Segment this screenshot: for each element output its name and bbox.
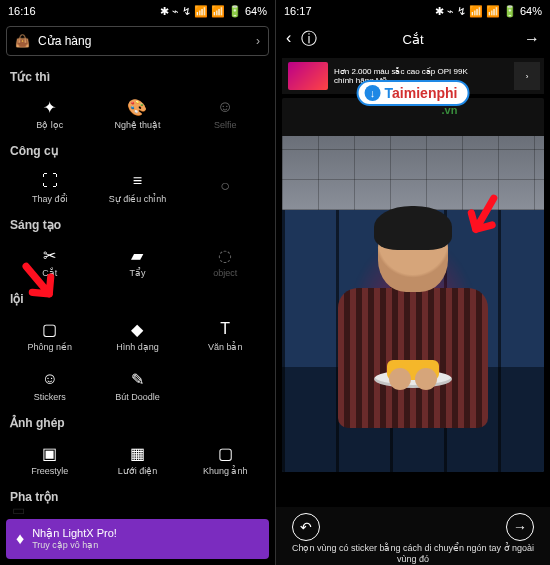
shop-label: Cửa hàng [38, 34, 91, 48]
eraser-icon: ▰ [126, 244, 148, 266]
tool-art[interactable]: 🎨Nghệ thuật [96, 88, 180, 138]
chevron-right-icon: › [256, 34, 260, 48]
info-icon[interactable]: ⓘ [301, 29, 317, 50]
status-bar: 16:16 ✱ ⌁ ↯ 📶 📶 🔋 64% [0, 0, 275, 22]
ad-text-1: Hơn 2.000 màu sắc cao cấp OPI 99K [334, 67, 468, 76]
wand-icon: ✦ [39, 96, 61, 118]
editor-bottombar: ↶ → Chọn vùng có sticker bằng cách di ch… [276, 507, 550, 565]
phone-right: 16:17 ✱ ⌁ ↯ 📶 📶 🔋 64% ‹ ⓘ Cắt → Hơn 2.00… [275, 0, 550, 565]
sticker-icon: ☺ [39, 368, 61, 390]
tool-text[interactable]: TVăn bản [183, 310, 267, 360]
tool-filter[interactable]: ✦Bộ lọc [8, 88, 92, 138]
frame-icon: ▢ [214, 442, 236, 464]
ad-go-icon[interactable]: › [514, 62, 540, 90]
section-collage: Ảnh ghép [10, 416, 267, 430]
circle-icon: ○ [214, 175, 236, 197]
status-time: 16:17 [284, 5, 312, 17]
ad-image [288, 62, 328, 90]
status-time: 16:16 [8, 5, 36, 17]
shop-button[interactable]: 👜 Cửa hàng › [6, 26, 269, 56]
hint-text: Chọn vùng có sticker bằng cách di chuyển… [276, 543, 550, 565]
editor-title: Cắt [403, 32, 424, 47]
back-icon[interactable]: ‹ [286, 29, 291, 50]
tool-grid[interactable]: ▦Lưới điện [96, 434, 180, 484]
tool-selfie[interactable]: ☺Selfie [183, 88, 267, 138]
shapes-icon: ◆ [126, 318, 148, 340]
tool-background[interactable]: ▢Phông nền [8, 310, 92, 360]
editor-topbar: ‹ ⓘ Cắt → [276, 22, 550, 56]
forward-icon[interactable]: → [524, 30, 540, 48]
section-create: Sáng tạo [10, 218, 267, 232]
brush-icon: ✎ [126, 368, 148, 390]
tool-freestyle[interactable]: ▣Freestyle [8, 434, 92, 484]
tool-object[interactable]: ◌object [183, 236, 267, 286]
android-nav: ▭ [0, 501, 275, 519]
promo-sub: Truy cập vô hạn [32, 539, 117, 551]
recent-icon[interactable]: ▭ [12, 502, 25, 518]
bag-icon: 👜 [15, 34, 30, 48]
palette-icon: 🎨 [126, 96, 148, 118]
crop-icon: ⛶ [39, 170, 61, 192]
tool-shape[interactable]: ◆Hình dạng [96, 310, 180, 360]
layers-icon: ▣ [39, 442, 61, 464]
tool-empty2 [183, 360, 267, 410]
tool-doodle[interactable]: ✎Bút Doodle [96, 360, 180, 410]
watermark-badge: ↓ Taimienphi .vn [357, 80, 470, 106]
promo-title: Nhận LightX Pro! [32, 527, 117, 539]
tool-eraser[interactable]: ▰Tẩy [96, 236, 180, 286]
diamond-icon: ♦ [16, 530, 24, 548]
next-button[interactable]: → [506, 513, 534, 541]
promo-banner[interactable]: ♦ Nhận LightX Pro! Truy cập vô hạn [6, 519, 269, 559]
status-bar: 16:17 ✱ ⌁ ↯ 📶 📶 🔋 64% [276, 0, 550, 22]
tool-stickers[interactable]: ☺Stickers [8, 360, 92, 410]
phone-left: 16:16 ✱ ⌁ ↯ 📶 📶 🔋 64% 👜 Cửa hàng › Tức t… [0, 0, 275, 565]
face-icon: ☺ [214, 96, 236, 118]
editor-canvas[interactable] [282, 98, 544, 472]
object-icon: ◌ [214, 244, 236, 266]
undo-button[interactable]: ↶ [292, 513, 320, 541]
status-icons: ✱ ⌁ ↯ 📶 📶 🔋 64% [160, 5, 267, 18]
tool-frame[interactable]: ▢Khung ảnh [183, 434, 267, 484]
tool-transform[interactable]: ⛶Thay đổi [8, 162, 92, 212]
section-tools: Công cụ [10, 144, 267, 158]
grid-icon: ▦ [126, 442, 148, 464]
sliders-icon: ≡ [126, 170, 148, 192]
tool-empty1: ○ [183, 162, 267, 212]
text-icon: T [214, 318, 236, 340]
tool-adjust[interactable]: ≡Sự điều chỉnh [96, 162, 180, 212]
status-icons: ✱ ⌁ ↯ 📶 📶 🔋 64% [435, 5, 542, 18]
section-instant: Tức thì [10, 70, 267, 84]
